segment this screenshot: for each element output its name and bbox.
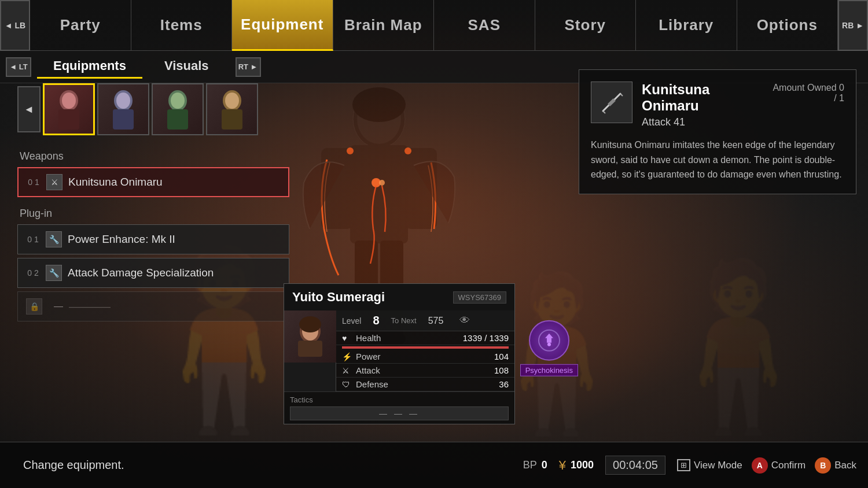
b-button-icon: B [815,457,831,474]
confirm-action[interactable]: A Confirm [752,457,806,474]
card-stats: Level 8 To Next 575 👁 ♥ Health 1339 / 13… [284,310,514,391]
tab-options[interactable]: Options [737,0,838,51]
card-portrait-img [284,310,336,363]
svg-rect-31 [298,341,322,357]
plugin-slot-2: 🔒 — ———— [17,291,289,321]
health-icon: ♥ [342,334,352,343]
tab-library[interactable]: Library [636,0,737,51]
item-icon-large [591,82,632,123]
tactics-bar: — — — [290,406,509,420]
lb-button[interactable]: ◄ LB [0,0,30,51]
health-label: Health [356,333,453,343]
item-info: Kunitsuna Onimaru Attack 41 [642,82,759,128]
card-portrait-area [284,310,336,391]
weapon-slot-icon: ⚔ [46,174,62,190]
svg-point-25 [404,147,411,154]
tab-party-label: Party [60,16,101,34]
bottom-actions: ⊞ View Mode A Confirm B Back [677,457,856,474]
lt-button[interactable]: ◄ LT [6,57,31,77]
currency-stat: ¥ 1000 [559,458,594,473]
character-card: Yuito Sumeragi WSYS67369 Level 8 To Next… [284,283,515,424]
health-value: 1339 / 1339 [457,333,509,343]
tab-equipment[interactable]: Equipment [232,0,333,51]
svg-point-36 [547,343,551,346]
defense-icon: 🛡 [342,380,352,389]
svg-rect-10 [222,109,242,130]
plugin-0-name: Power Enhance: Mk II [68,233,175,246]
portrait-2[interactable] [152,83,204,135]
weapon-slot-number: 0 1 [27,178,41,187]
svg-rect-7 [167,109,188,130]
plugin-slot-1[interactable]: 0 2 🔧 Attack Damage Specialization [17,258,289,288]
character-name: Yuito Sumeragi [292,290,385,305]
rt-button[interactable]: RT ► [236,57,261,77]
top-nav: ◄ LB Party Items Equipment Brain Map SAS… [0,0,868,51]
item-name: Kunitsuna Onimaru [642,82,759,114]
plugin-2-name: ———— [69,301,111,313]
attack-icon: ⚔ [342,366,352,375]
svg-point-14 [352,87,406,122]
portrait-0[interactable] [43,83,95,135]
game-timer: 00:04:05 [605,456,665,475]
a-button-icon: A [752,457,768,474]
svg-point-13 [357,94,401,144]
svg-rect-4 [113,109,134,130]
bottom-right: BP 0 ¥ 1000 00:04:05 ⊞ View Mode A Confi… [523,456,856,475]
svg-rect-1 [58,109,79,130]
eye-icon: 👁 [459,315,470,327]
tab-items[interactable]: Items [131,0,233,51]
svg-line-28 [603,111,605,113]
defense-value: 36 [457,379,509,389]
item-detail-header: Kunitsuna Onimaru Attack 41 Amount Owned… [591,82,844,128]
power-row: ⚡ Power 104 [336,350,514,364]
svg-marker-35 [545,334,553,343]
power-label: Power [356,352,453,361]
portraits-row: ◄ [17,83,258,135]
defense-label: Defense [356,379,453,389]
rb-button[interactable]: RB ► [838,0,868,51]
plugin-0-icon: 🔧 [46,231,62,247]
tactics-dots: — — — [379,409,420,418]
subnav-equipments-label: Equipments [53,58,126,73]
weapons-section-title: Weapons [17,150,289,162]
weapon-slot[interactable]: 0 1 ⚔ Kunitsuna Onimaru [17,167,289,197]
svg-rect-17 [405,148,437,229]
tab-sas[interactable]: SAS [434,0,535,51]
back-action[interactable]: B Back [815,457,856,474]
view-mode-action[interactable]: ⊞ View Mode [677,459,742,471]
svg-point-23 [379,180,385,186]
svg-point-8 [171,93,185,109]
portrait-3[interactable] [206,83,258,135]
lock-icon: 🔒 [26,298,42,315]
svg-rect-15 [350,145,408,243]
subnav-tab-equipments[interactable]: Equipments [37,55,142,79]
svg-rect-16 [321,148,353,229]
portrait-prev-button[interactable]: ◄ [17,86,41,132]
health-fill [342,346,509,349]
bottom-hint: Change equipment. [12,459,523,472]
plugin-2-separator: — [54,301,63,312]
attack-label: Attack [356,365,453,375]
equipment-panel: Weapons 0 1 ⚔ Kunitsuna Onimaru Plug-in … [17,150,289,325]
portrait-1-image [98,84,148,134]
psy-label: Psychokinesis [520,364,578,376]
svg-point-2 [62,93,76,109]
tab-brain-map[interactable]: Brain Map [333,0,435,51]
svg-rect-29 [608,98,616,106]
tab-items-label: Items [160,16,203,34]
card-level-row: Level 8 To Next 575 👁 [336,310,514,331]
lt-label: ◄ LT [9,62,27,71]
tab-party[interactable]: Party [30,0,131,51]
health-row: ♥ Health 1339 / 1339 [336,331,514,345]
svg-point-22 [372,178,381,187]
subnav-tab-visuals[interactable]: Visuals [148,55,225,79]
tab-options-label: Options [757,16,818,34]
tab-story[interactable]: Story [535,0,637,51]
subnav-visuals-label: Visuals [164,58,209,73]
plugin-slot-0[interactable]: 0 1 🔧 Power Enhance: Mk II [17,224,289,254]
attack-value: 108 [457,365,509,375]
portrait-1[interactable] [97,83,149,135]
plugin-section-title: Plug-in [17,208,289,220]
svg-point-12 [353,90,405,148]
tactics-label: Tactics [290,395,509,404]
